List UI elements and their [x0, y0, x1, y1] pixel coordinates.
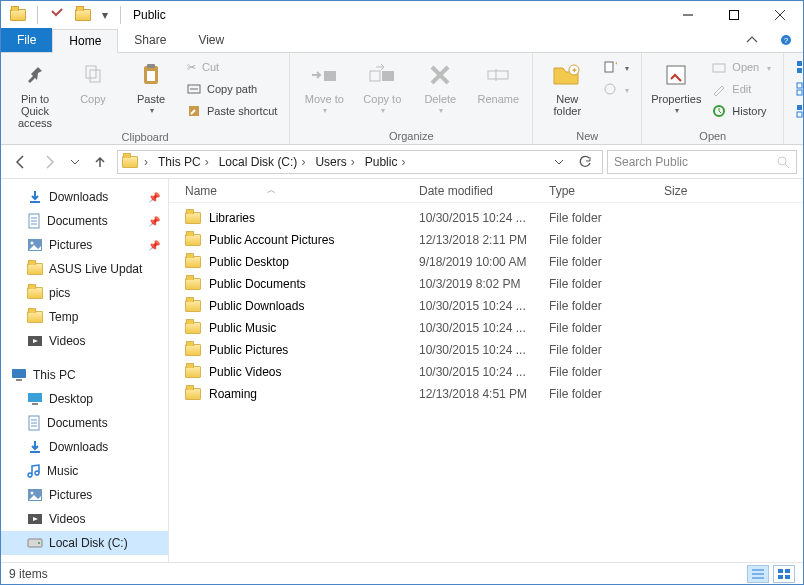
- open-button[interactable]: Open: [708, 57, 775, 77]
- invert-selection-button[interactable]: Invert selection: [792, 101, 804, 121]
- copy-path-button[interactable]: Copy path: [183, 79, 281, 99]
- tree-item[interactable]: Downloads📌: [1, 185, 168, 209]
- explorer-window: ▾ Public File Home Share View ?: [0, 0, 804, 585]
- col-date[interactable]: Date modified: [419, 184, 549, 198]
- table-row[interactable]: Libraries10/30/2015 10:24 ...File folder: [169, 207, 803, 229]
- window-title: Public: [133, 8, 166, 22]
- close-button[interactable]: [757, 1, 803, 29]
- nav-tree[interactable]: Downloads📌Documents📌Pictures📌ASUS Live U…: [1, 179, 169, 562]
- forward-button[interactable]: [37, 149, 63, 175]
- tree-item[interactable]: Videos: [1, 507, 168, 531]
- open-icon: [712, 60, 726, 74]
- view-large-button[interactable]: [773, 565, 795, 583]
- svg-point-61: [31, 492, 34, 495]
- cut-button[interactable]: ✂ Cut: [183, 57, 281, 77]
- scissors-icon: ✂: [187, 61, 196, 74]
- folder-icon: [185, 388, 201, 400]
- tab-home[interactable]: Home: [52, 29, 118, 53]
- tab-view[interactable]: View: [182, 28, 240, 52]
- crumb-thispc[interactable]: This PC›: [154, 151, 213, 173]
- new-item-button[interactable]: ✦: [599, 57, 633, 77]
- table-row[interactable]: Public Account Pictures12/13/2018 2:11 P…: [169, 229, 803, 251]
- copy-to-button[interactable]: Copy to: [356, 57, 408, 117]
- address-bar[interactable]: › This PC› Local Disk (C:)› Users› Publi…: [117, 150, 603, 174]
- back-button[interactable]: [7, 149, 33, 175]
- recent-locations-button[interactable]: [67, 149, 83, 175]
- table-row[interactable]: Public Desktop9/18/2019 10:00 AMFile fol…: [169, 251, 803, 273]
- copy-to-icon: [368, 59, 396, 91]
- tree-item[interactable]: pics: [1, 281, 168, 305]
- paste-shortcut-button[interactable]: Paste shortcut: [183, 101, 281, 121]
- col-type[interactable]: Type: [549, 184, 664, 198]
- edit-button[interactable]: Edit: [708, 79, 775, 99]
- svg-rect-29: [797, 61, 802, 66]
- svg-point-64: [38, 542, 40, 544]
- file-type: File folder: [549, 365, 664, 379]
- col-size[interactable]: Size: [664, 184, 744, 198]
- tree-item[interactable]: Downloads: [1, 435, 168, 459]
- maximize-button[interactable]: [711, 1, 757, 29]
- new-folder-button[interactable]: ✦ New folder: [541, 57, 593, 117]
- tree-item[interactable]: Desktop: [1, 387, 168, 411]
- rename-button[interactable]: Rename: [472, 57, 524, 105]
- table-row[interactable]: Public Downloads10/30/2015 10:24 ...File…: [169, 295, 803, 317]
- history-button[interactable]: History: [708, 101, 775, 121]
- up-button[interactable]: [87, 149, 113, 175]
- tree-item-label: Desktop: [49, 392, 93, 406]
- tree-item[interactable]: Local Disk (C:): [1, 531, 168, 555]
- document-icon: [27, 415, 41, 431]
- tree-item[interactable]: Music: [1, 459, 168, 483]
- tab-share[interactable]: Share: [118, 28, 182, 52]
- tree-item[interactable]: ASUS Live Updat: [1, 257, 168, 281]
- select-all-button[interactable]: Select all: [792, 57, 804, 77]
- move-to-button[interactable]: Move to: [298, 57, 350, 117]
- tree-item[interactable]: Documents📌: [1, 209, 168, 233]
- file-tab[interactable]: File: [1, 28, 52, 52]
- tree-item[interactable]: Pictures: [1, 483, 168, 507]
- view-details-button[interactable]: [747, 565, 769, 583]
- document-icon: [27, 213, 41, 229]
- table-row[interactable]: Public Pictures10/30/2015 10:24 ...File …: [169, 339, 803, 361]
- svg-rect-27: [713, 64, 725, 72]
- tree-item[interactable]: Videos: [1, 329, 168, 353]
- delete-button[interactable]: Delete: [414, 57, 466, 117]
- crumb-users[interactable]: Users›: [311, 151, 358, 173]
- minimize-button[interactable]: [665, 1, 711, 29]
- copy-button[interactable]: Copy: [67, 57, 119, 105]
- table-row[interactable]: Roaming12/13/2018 4:51 PMFile folder: [169, 383, 803, 405]
- move-to-icon: [310, 59, 338, 91]
- qat-dropdown-icon[interactable]: ▾: [98, 4, 112, 26]
- pin-icon: [22, 59, 48, 91]
- tree-item-label: Videos: [49, 334, 85, 348]
- tree-item[interactable]: Pictures📌: [1, 233, 168, 257]
- tree-thispc[interactable]: This PC: [1, 363, 168, 387]
- ribbon-group-select: Select all Select none Invert selection …: [784, 53, 804, 144]
- refresh-button[interactable]: [572, 150, 598, 174]
- file-date: 10/30/2015 10:24 ...: [419, 343, 549, 357]
- paste-button[interactable]: Paste: [125, 57, 177, 117]
- qat-properties-icon[interactable]: [46, 4, 68, 26]
- pin-quick-access-button[interactable]: Pin to Quick access: [9, 57, 61, 129]
- select-none-icon: [796, 82, 804, 96]
- crumb-localdisk[interactable]: Local Disk (C:)›: [215, 151, 310, 173]
- search-input[interactable]: Search Public: [607, 150, 797, 174]
- crumb-root-caret[interactable]: ›: [140, 151, 152, 173]
- column-headers: Name ︿ Date modified Type Size: [169, 179, 803, 203]
- help-icon[interactable]: ?: [769, 28, 803, 52]
- tree-item[interactable]: Documents: [1, 411, 168, 435]
- address-dropdown-button[interactable]: [546, 150, 572, 174]
- file-rows[interactable]: Libraries10/30/2015 10:24 ...File folder…: [169, 203, 803, 562]
- table-row[interactable]: Public Documents10/3/2019 8:02 PMFile fo…: [169, 273, 803, 295]
- easy-access-button[interactable]: [599, 79, 633, 99]
- tree-item[interactable]: Temp: [1, 305, 168, 329]
- status-bar: 9 items: [1, 562, 803, 584]
- ribbon-tabs: File Home Share View ?: [1, 29, 803, 53]
- col-name[interactable]: Name ︿: [169, 184, 419, 198]
- table-row[interactable]: Public Videos10/30/2015 10:24 ...File fo…: [169, 361, 803, 383]
- ribbon-collapse-icon[interactable]: [735, 28, 769, 52]
- properties-button[interactable]: Properties: [650, 57, 702, 117]
- table-row[interactable]: Public Music10/30/2015 10:24 ...File fol…: [169, 317, 803, 339]
- crumb-public[interactable]: Public›: [361, 151, 410, 173]
- select-none-button[interactable]: Select none: [792, 79, 804, 99]
- qat-newfolder-icon[interactable]: [72, 4, 94, 26]
